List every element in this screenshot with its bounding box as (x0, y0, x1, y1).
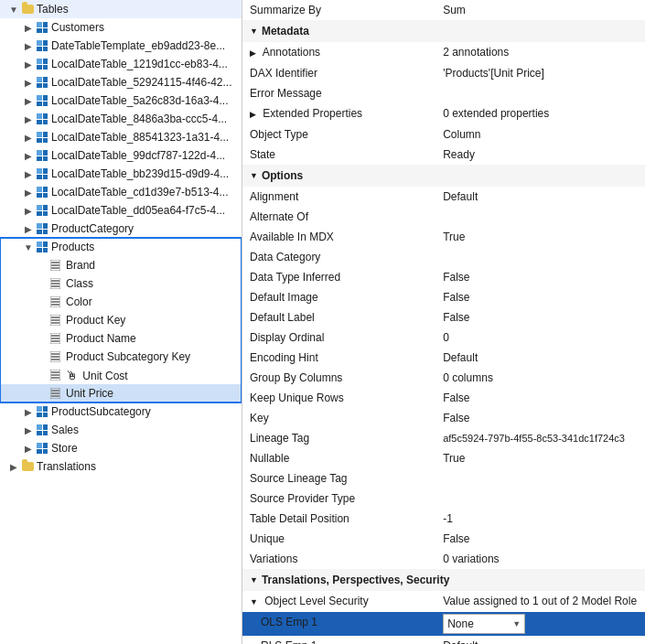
dt10-label: LocalDateTable_dd05ea64-f7c5-4... (51, 204, 225, 217)
datacategory-label: Data Category (242, 247, 435, 267)
options-header-row: ▼ Options (242, 165, 645, 187)
ols-dropdown-chevron: ▼ (512, 616, 521, 632)
variations-row: Variations 0 variations (242, 549, 645, 569)
products-table-icon (35, 240, 49, 254)
rls-emp1-row[interactable]: RLS Emp 1 Default (242, 636, 645, 644)
encodinghint-value: Default (435, 348, 645, 368)
svg-rect-25 (51, 371, 59, 373)
productname-label: Product Name (66, 332, 136, 345)
class-col-icon (48, 276, 62, 291)
tree-item-sales[interactable]: ▶ Sales (0, 421, 242, 439)
objecttype-label: Object Type (242, 124, 435, 145)
dt10-expand: ▶ (22, 204, 35, 217)
encodinghint-label: Encoding Hint (242, 348, 435, 368)
annotations-label: ▶ Annotations (242, 42, 435, 63)
productsubcategorykey-col-icon (48, 349, 62, 364)
unitprice-label: Unit Price (66, 387, 113, 400)
alternateof-label: Alternate Of (242, 207, 435, 227)
ols-emp1-row[interactable]: OLS Emp 1 None ▼ (242, 612, 645, 636)
tabledetailpos-label: Table Detail Position (242, 509, 435, 529)
col-color[interactable]: ▶ Color (0, 293, 242, 311)
tree-item-customers[interactable]: ▶ Customers (0, 18, 242, 37)
availinmdx-value: True (435, 227, 645, 247)
tree-item-productcategory[interactable]: ▶ ProductCategory (0, 220, 242, 238)
tree-item-dt2[interactable]: ▶ LocalDateTable_1219d1cc-eb83-4... (0, 55, 242, 73)
translations-label: Translations (37, 460, 96, 473)
summarize-by-label: Summarize By (242, 0, 435, 20)
dt10-icon (35, 203, 49, 218)
ols-security-label: ▼ Object Level Security (242, 591, 435, 612)
customers-expand: ▶ (22, 21, 35, 34)
col-brand[interactable]: ▶ Brand (0, 256, 242, 274)
dt9-icon (35, 185, 49, 199)
productsubcategorykey-label: Product Subcategory Key (66, 350, 190, 363)
tree-item-dt4[interactable]: ▶ LocalDateTable_5a26c83d-16a3-4... (0, 91, 242, 110)
dt8-label: LocalDateTable_bb239d15-d9d9-4... (51, 167, 229, 180)
metadata-collapse-icon: ▼ (250, 23, 258, 39)
col-productname[interactable]: ▶ Product Name (0, 329, 242, 348)
properties-table: Summarize By Sum ▼ Metadata ▶ Annotation… (242, 0, 645, 644)
svg-rect-6 (51, 283, 59, 284)
unitcost-col-icon (48, 368, 62, 382)
tree-item-dt10[interactable]: ▶ LocalDateTable_dd05ea64-f7c5-4... (0, 201, 242, 220)
datatypeinferred-label: Data Type Inferred (242, 267, 435, 287)
errormsg-label: Error Message (242, 83, 435, 103)
col-productkey[interactable]: ▶ Product Key (0, 311, 242, 329)
translations-item[interactable]: ▶ Translations (0, 457, 242, 476)
svg-rect-1 (51, 262, 59, 263)
svg-rect-31 (51, 395, 59, 397)
alternateof-row: Alternate Of (242, 207, 645, 227)
summarize-by-value: Sum (435, 0, 645, 20)
col-class[interactable]: ▶ Class (0, 274, 242, 293)
col-productsubcategorykey[interactable]: ▶ Product Subcategory Key (0, 348, 242, 366)
col-unitcost[interactable]: ▶ 🖱 Unit Cost (0, 366, 242, 384)
ols-header-row: ▼ Object Level Security Value assigned t… (242, 591, 645, 612)
svg-rect-27 (51, 377, 59, 379)
key-label: Key (242, 408, 435, 428)
ols-security-value: Value assigned to 1 out of 2 Model Role (435, 591, 645, 612)
tables-folder-icon (20, 2, 35, 16)
dt3-icon (35, 75, 49, 90)
svg-rect-29 (51, 390, 59, 392)
annotations-value: 2 annotations (435, 42, 645, 63)
tree-item-dt8[interactable]: ▶ LocalDateTable_bb239d15-d9d9-4... (0, 165, 242, 183)
ols-emp1-dropdown-value: None (447, 616, 474, 632)
translations-folder-icon (20, 459, 35, 474)
objecttype-value: Column (435, 124, 645, 145)
nullable-row: Nullable True (242, 448, 645, 468)
errormsg-value (435, 83, 645, 103)
tree-item-dt3[interactable]: ▶ LocalDateTable_52924115-4f46-42... (0, 73, 242, 91)
products-label: Products (51, 241, 94, 253)
class-label: Class (66, 277, 93, 290)
nullable-label: Nullable (242, 448, 435, 468)
rls-emp1-value: Default (435, 636, 645, 644)
tree-item-dt6[interactable]: ▶ LocalDateTable_88541323-1a31-4... (0, 128, 242, 146)
tables-expand-arrow: ▼ (7, 3, 20, 16)
tables-header[interactable]: ▼ Tables (0, 0, 242, 18)
nullable-value: True (435, 448, 645, 468)
dt8-icon (35, 166, 49, 181)
svg-rect-26 (51, 374, 59, 376)
tree-item-dt5[interactable]: ▶ LocalDateTable_8486a3ba-ccc5-4... (0, 110, 242, 128)
dt4-label: LocalDateTable_5a26c83d-16a3-4... (51, 94, 228, 107)
svg-rect-21 (51, 353, 59, 355)
tree-item-dt1[interactable]: ▶ DateTableTemplate_eb9add23-8e... (0, 37, 242, 55)
products-table-item[interactable]: ▼ Products (0, 238, 242, 256)
brand-label: Brand (66, 259, 95, 272)
sourcelineagetag-row: Source Lineage Tag (242, 468, 645, 488)
translations-collapse-icon: ▼ (250, 572, 258, 588)
defaultlabel-value: False (435, 307, 645, 327)
ols-emp1-dropdown[interactable]: None ▼ (443, 614, 525, 634)
dt3-expand: ▶ (22, 76, 35, 89)
sourcelineagetag-label: Source Lineage Tag (242, 468, 435, 488)
tree-item-dt7[interactable]: ▶ LocalDateTable_99dcf787-122d-4... (0, 146, 242, 165)
col-unitprice[interactable]: ▶ Unit Price (0, 384, 242, 402)
sales-label: Sales (51, 424, 79, 436)
svg-rect-30 (51, 392, 59, 394)
objecttype-row: Object Type Column (242, 124, 645, 145)
dt9-label: LocalDateTable_cd1d39e7-b513-4... (51, 186, 228, 199)
tree-item-store[interactable]: ▶ Store (0, 439, 242, 457)
tree-item-productsubcategory[interactable]: ▶ ProductSubcategory (0, 402, 242, 421)
tree-item-dt9[interactable]: ▶ LocalDateTable_cd1d39e7-b513-4... (0, 183, 242, 201)
products-expand: ▼ (22, 241, 35, 253)
